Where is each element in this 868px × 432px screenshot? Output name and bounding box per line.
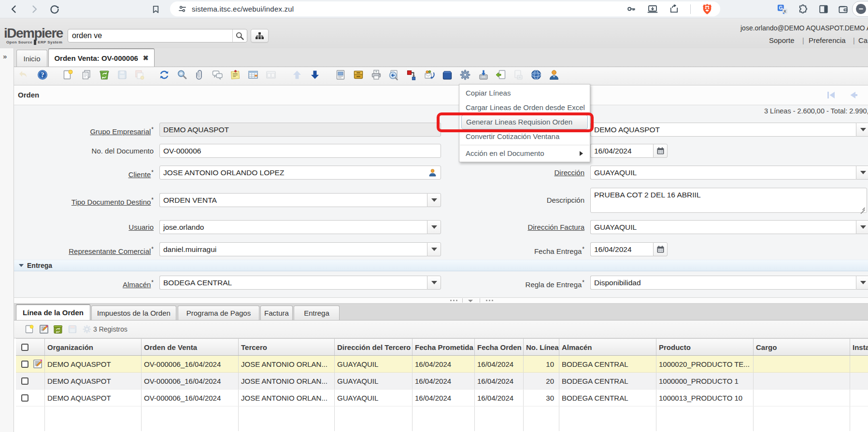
tab-programa-pagos[interactable]: Programa de Pagos <box>178 306 259 320</box>
field-text[interactable]: DEMO AQUASPOT <box>590 123 856 137</box>
tab-factura[interactable]: Factura <box>260 306 293 320</box>
close-tab-icon[interactable]: ✖ <box>143 54 149 62</box>
delete-record-icon[interactable] <box>99 69 110 81</box>
label-direccion-factura[interactable]: Dirección Factura <box>459 220 584 234</box>
export-icon[interactable] <box>478 69 489 81</box>
field-text[interactable]: daniel.muirragui <box>159 242 427 256</box>
menu-item-accion-documento[interactable]: Acción en el Documento <box>459 146 590 161</box>
table-row[interactable]: DEMO AQUASPOT OV-000006_16/04/2024 JOSE … <box>16 390 868 406</box>
undo-icon[interactable] <box>17 69 29 81</box>
wallet-icon[interactable] <box>837 3 849 15</box>
sidebar-toggle-icon[interactable] <box>818 3 829 15</box>
browser-reload-icon[interactable] <box>49 3 60 15</box>
field-descripcion[interactable]: PRUEBA COT 2 DEL 16 ABRIIL <box>590 188 867 213</box>
tab-impuestos[interactable]: Impuestos de la Orden <box>91 306 176 320</box>
global-search-input[interactable] <box>68 29 232 42</box>
col-producto[interactable]: Producto <box>656 339 754 355</box>
workflow-icon[interactable] <box>406 69 417 81</box>
find-icon[interactable] <box>176 69 188 81</box>
field-text[interactable]: Disponibilidad <box>590 276 856 290</box>
label-tipo-documento[interactable]: Tipo Documento Destino <box>15 193 154 207</box>
field-representante[interactable]: daniel.muirragui <box>159 242 441 256</box>
tab-inicio[interactable]: Inicio <box>16 50 47 67</box>
field-direccion-factura[interactable]: GUAYAQUIL <box>590 220 868 234</box>
col-instancia[interactable]: Instancia <box>850 339 868 355</box>
detail-record-icon[interactable] <box>309 69 321 81</box>
refresh-icon[interactable] <box>158 69 170 81</box>
label-usuario[interactable]: Usuario <box>15 220 154 234</box>
product-info-icon[interactable] <box>441 69 453 81</box>
col-tercero[interactable]: Tercero <box>239 339 335 355</box>
business-partner-icon[interactable] <box>428 168 437 179</box>
share-icon[interactable] <box>669 4 679 14</box>
parent-record-icon[interactable] <box>291 69 303 81</box>
dropdown-arrow-icon[interactable] <box>856 166 868 180</box>
previous-record-icon[interactable] <box>848 90 858 100</box>
edit-record-icon[interactable] <box>39 324 49 334</box>
menu-item-copiar-lineas[interactable]: Copiar Líneas <box>459 86 590 100</box>
brave-shields-icon[interactable] <box>702 3 712 15</box>
dropdown-arrow-icon[interactable] <box>427 193 441 207</box>
preference-link[interactable]: Preferencia <box>809 36 846 44</box>
field-usuario[interactable]: jose.orlando <box>159 220 441 234</box>
install-app-icon[interactable] <box>647 4 658 14</box>
col-orden-venta[interactable]: Orden de Venta <box>142 339 239 355</box>
col-organizacion[interactable]: Organización <box>45 339 142 355</box>
field-tipo-documento[interactable]: ORDEN VENTA <box>159 193 441 207</box>
field-text[interactable]: DEMO AQUASPOT <box>159 123 441 137</box>
col-cargo[interactable]: Cargo <box>754 339 850 355</box>
archive-document-icon[interactable] <box>512 69 524 81</box>
save-create-icon[interactable] <box>133 69 145 81</box>
field-text[interactable]: 16/04/2024 <box>590 242 653 256</box>
label-cliente[interactable]: Cliente <box>15 166 154 180</box>
archive-icon[interactable] <box>353 69 364 81</box>
calendar-icon[interactable] <box>653 242 668 256</box>
field-text[interactable]: ORDEN VENTA <box>159 193 427 207</box>
field-organizacion[interactable]: DEMO AQUASPOT <box>590 123 868 137</box>
field-text[interactable]: 16/04/2024 <box>590 144 653 158</box>
row-checkbox[interactable] <box>21 394 28 402</box>
label-representante[interactable]: Representante Comercial <box>15 242 154 256</box>
browser-back-icon[interactable] <box>8 3 20 15</box>
tab-orden-venta[interactable]: Orden Venta: OV-000006 ✖ <box>48 48 155 67</box>
col-direccion-tercero[interactable]: Dirección del Tercero <box>335 339 413 355</box>
dropdown-arrow-icon[interactable] <box>856 220 868 234</box>
copy-record-icon[interactable] <box>81 69 92 81</box>
field-almacen[interactable]: BODEGA CENTRAL <box>159 276 441 290</box>
report-icon[interactable] <box>335 69 346 81</box>
dropdown-arrow-icon[interactable] <box>427 220 441 234</box>
calendar-icon[interactable] <box>653 144 668 158</box>
new-record-icon[interactable] <box>62 69 73 81</box>
import-file-icon[interactable] <box>495 69 507 81</box>
grid-toggle-icon[interactable] <box>247 69 259 81</box>
web-services-icon[interactable] <box>530 69 542 81</box>
col-fecha-orden[interactable]: Fecha Orden <box>475 339 524 355</box>
print-preview-icon[interactable] <box>388 69 399 81</box>
table-row[interactable]: DEMO AQUASPOT OV-000006_16/04/2024 JOSE … <box>16 373 868 390</box>
detail-grid-icon[interactable] <box>265 69 277 81</box>
profile-button[interactable] <box>852 1 868 17</box>
row-checkbox[interactable] <box>21 377 28 385</box>
field-text[interactable]: BODEGA CENTRAL <box>159 276 427 290</box>
password-key-icon[interactable] <box>626 4 636 14</box>
field-fecha-orden[interactable]: 16/04/2024 <box>590 144 668 158</box>
field-regla-entrega[interactable]: Disponibilidad <box>590 276 868 290</box>
search-button[interactable] <box>232 29 247 42</box>
process-icon[interactable] <box>459 69 471 81</box>
resize-handle-icon[interactable] <box>860 206 865 211</box>
field-text[interactable]: OV-000006 <box>159 144 441 158</box>
splitter[interactable] <box>14 297 868 304</box>
group-entrega[interactable]: Entrega <box>14 260 868 271</box>
user-icon[interactable] <box>548 69 560 81</box>
menu-lookup-button[interactable] <box>251 29 269 42</box>
delete-record-icon[interactable] <box>53 324 63 334</box>
site-settings-icon[interactable] <box>178 4 187 14</box>
change-role-link[interactable]: Cambiar Rol <box>858 36 868 44</box>
col-fecha-prometida[interactable]: Fecha Prometida <box>413 339 475 355</box>
browser-forward-icon[interactable] <box>28 3 40 15</box>
dropdown-arrow-icon[interactable] <box>856 276 868 290</box>
label-direccion[interactable]: Dirección <box>459 166 584 180</box>
field-text[interactable]: JOSE ANTONIO ORLANDO LOPEZ <box>159 166 441 180</box>
save-icon[interactable] <box>68 324 77 334</box>
table-row[interactable]: DEMO AQUASPOT OV-000006_16/04/2024 JOSE … <box>16 356 868 373</box>
